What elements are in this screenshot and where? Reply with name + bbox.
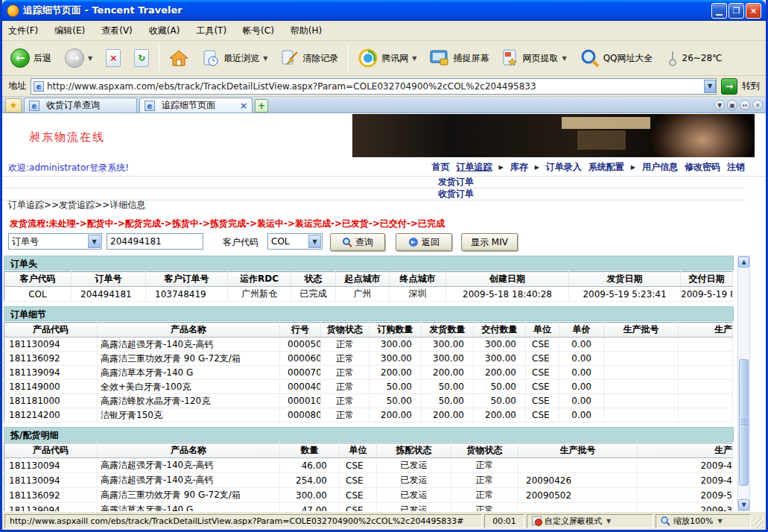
table-row[interactable]: 181136092高露洁三重功效牙膏 90 G-72支/箱300.00CSE已发… xyxy=(4,488,733,503)
extract-label: 网页提取 xyxy=(522,52,558,65)
recent-button[interactable]: 最近浏览 ▼ xyxy=(198,47,271,69)
nav-item[interactable]: 系统配置 xyxy=(588,161,624,174)
close-tab-icon[interactable]: × xyxy=(752,100,763,110)
qq-sites-label: QQ网址大全 xyxy=(603,52,653,65)
content-scrollbar[interactable]: ▲ ▼ xyxy=(737,256,750,511)
qq-sites-button[interactable]: QQ网址大全 xyxy=(577,46,657,70)
menu-item[interactable]: 帐号(C) xyxy=(243,25,274,37)
table-row[interactable]: 181136092高露洁三重功效牙膏 90 G-72支/箱000060正常300… xyxy=(4,352,733,366)
menu-item[interactable]: 帮助(H) xyxy=(291,25,322,37)
table-row[interactable]: 181181000高露洁蜂胶水晶牙膏-120克000010正常50.0050.0… xyxy=(4,394,733,408)
table-row[interactable]: 181130094高露洁超强牙膏-140克-高钙000050正常300.0030… xyxy=(4,338,733,352)
address-input[interactable] xyxy=(47,81,704,92)
resize-grip[interactable] xyxy=(753,518,764,528)
table-cell: 高露洁超强牙膏-140克-高钙 xyxy=(98,458,280,473)
menu-item[interactable]: 收藏(A) xyxy=(149,25,180,37)
nav-item[interactable]: 注销 xyxy=(727,161,745,174)
table-cell: 广州 xyxy=(336,287,390,302)
chevron-down-icon[interactable]: ▼ xyxy=(606,518,611,525)
table-cell: 高露洁三重功效牙膏 90 G-72支/箱 xyxy=(98,488,280,503)
nav-item[interactable]: 首页 xyxy=(432,161,450,174)
table-row[interactable]: 181214200洁银牙膏150克000080正常200.00200.00200… xyxy=(4,408,733,422)
column-header: 交付日期 xyxy=(681,272,733,287)
stop-button[interactable]: × xyxy=(102,47,124,69)
subnav-item[interactable]: 发货订单 xyxy=(438,177,474,188)
table-cell: 高露洁蜂胶水晶牙膏-120克 xyxy=(98,394,280,408)
column-header: 产品名称 xyxy=(98,323,280,338)
table-cell: 300.00 xyxy=(422,338,474,352)
table-cell: 正常 xyxy=(321,352,369,366)
nav-item[interactable]: 库存 xyxy=(510,161,528,174)
table-cell: 000070 xyxy=(280,366,321,380)
chevron-down-icon[interactable]: ▼ xyxy=(714,100,725,110)
block-mode-panel[interactable]: 自定义屏蔽模式 ▼ xyxy=(527,514,653,528)
address-dropdown-button[interactable]: ▼ xyxy=(704,80,716,93)
home-button[interactable] xyxy=(165,47,192,69)
chevron-down-icon[interactable]: ▼ xyxy=(717,518,722,525)
forward-icon: → xyxy=(65,48,84,68)
zoom-panel[interactable]: 缩放100% ▼ xyxy=(656,514,751,528)
table-row[interactable]: 181130094高露洁超强牙膏-140克-高钙254.00CSE已发运正常20… xyxy=(4,473,733,488)
arrange-tabs-icon[interactable]: ↔ xyxy=(740,100,750,110)
close-button[interactable]: × xyxy=(746,3,761,19)
forward-button[interactable]: → ▼ xyxy=(61,46,96,70)
tab-inactive[interactable]: e收货订单查询 xyxy=(24,98,137,113)
forward-dropdown-icon[interactable]: ▼ xyxy=(88,55,92,62)
return-button[interactable]: 返回 xyxy=(396,233,452,251)
refresh-button[interactable]: ↻ xyxy=(130,47,153,69)
nav-item[interactable]: 修改密码 xyxy=(685,161,720,174)
table-cell xyxy=(679,394,733,408)
column-header: 运作RDC xyxy=(228,272,291,287)
scroll-up-icon[interactable]: ▲ xyxy=(738,256,749,267)
column-header: 客户代码 xyxy=(4,272,72,287)
customer-code-select[interactable]: COL ▼ xyxy=(267,233,323,250)
back-button[interactable]: ← 后退 xyxy=(7,46,55,70)
menu-item[interactable]: 工具(T) xyxy=(196,25,226,37)
scrollbar-thumb[interactable] xyxy=(739,359,749,486)
search-button[interactable]: 查询 xyxy=(330,233,385,251)
clear-history-button[interactable]: 清除记录 xyxy=(277,47,342,69)
table-cell: 200.00 xyxy=(422,366,474,380)
table-cell: 000060 xyxy=(280,352,321,366)
extract-button[interactable]: 网页提取 ▼ xyxy=(498,47,570,69)
favorites-star-icon[interactable]: ★ xyxy=(5,98,22,113)
tencent-button[interactable]: 腾讯网 ▼ xyxy=(355,46,420,70)
order-type-select[interactable]: 订单号 ▼ xyxy=(8,233,102,250)
nav-item[interactable]: 用户信息 xyxy=(642,161,678,174)
menu-item[interactable]: 文件(F) xyxy=(8,25,38,37)
maximize-button[interactable]: ❐ xyxy=(729,3,744,19)
thumbnail-view-icon[interactable]: ▣ xyxy=(727,100,737,110)
go-button[interactable]: → xyxy=(721,78,737,95)
home-icon xyxy=(169,49,188,67)
table-cell: 0.00 xyxy=(559,352,604,366)
new-tab-button[interactable]: + xyxy=(255,99,268,113)
show-miv-button[interactable]: 显示 MIV xyxy=(461,233,518,251)
table-cell: 181130094 xyxy=(4,338,98,352)
weather-label: 26~28℃ xyxy=(682,53,723,63)
table-row[interactable]: 181149000全效+美白牙膏-100克000040正常50.0050.005… xyxy=(4,380,733,394)
table-cell: 正常 xyxy=(451,473,518,488)
tencent-dropdown-icon[interactable]: ▼ xyxy=(412,55,416,62)
nav-item[interactable]: 订单追踪 xyxy=(457,161,492,174)
table-cell: 181136092 xyxy=(4,352,98,366)
shipping-flow-text: 发货流程:未处理->配货中->配货完成->拣货中->拣货完成->装运中->装运完… xyxy=(10,218,445,230)
recent-dropdown-icon[interactable]: ▼ xyxy=(263,55,267,62)
tab-active[interactable]: e追踪细节页面× xyxy=(139,98,253,113)
menu-item[interactable]: 查看(V) xyxy=(101,25,133,37)
table-row[interactable]: 181130094高露洁超强牙膏-140克-高钙46.00CSE已发运正常200… xyxy=(4,458,733,473)
extract-dropdown-icon[interactable]: ▼ xyxy=(562,55,566,62)
table-cell: 正常 xyxy=(321,366,369,380)
status-bar: http://www.aspxaill com/ebs/track/TrackD… xyxy=(2,511,766,530)
table-row[interactable]: 181139094高露洁草本牙膏-140 G000070正常200.00200.… xyxy=(4,366,733,380)
weather-widget[interactable]: 26~28℃ xyxy=(663,48,726,69)
scroll-down-icon[interactable]: ▼ xyxy=(738,499,749,510)
subnav-item[interactable]: 收货订单 xyxy=(438,189,474,200)
close-icon[interactable]: × xyxy=(240,101,247,111)
table-cell: 2009-4 xyxy=(638,458,733,473)
nav-item[interactable]: 订单录入 xyxy=(546,161,582,174)
minimize-button[interactable]: ▁ xyxy=(711,3,727,19)
menu-item[interactable]: 编辑(E) xyxy=(54,25,85,37)
table-row[interactable]: COL204494181103748419广州新仓已完成广州深圳2009-5-1… xyxy=(4,287,733,302)
order-number-input[interactable] xyxy=(107,233,203,250)
capture-screen-button[interactable]: 捕捉屏幕 xyxy=(426,47,492,69)
